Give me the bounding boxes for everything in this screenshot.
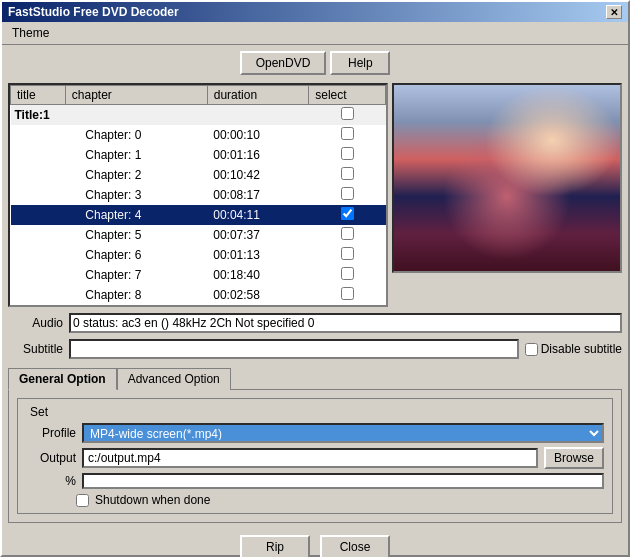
menu-item-theme[interactable]: Theme [6,24,55,42]
chapter-select-cell [309,265,386,285]
chapter-select-cell [309,145,386,165]
chapter-select-cell [309,225,386,245]
title-bar: FastStudio Free DVD Decoder ✕ [2,2,628,22]
chapter-duration-cell: 00:00:10 [207,125,309,145]
subtitle-select[interactable] [69,339,519,359]
tab-advanced[interactable]: Advanced Option [117,368,231,390]
col-title: title [11,86,66,105]
chapter-title-cell [11,285,66,305]
title-cell: Title:1 [11,105,309,126]
chapter-select-cell [309,125,386,145]
chapter-checkbox-6[interactable] [341,247,354,260]
table-row: Chapter: 7 00:18:40 [11,265,386,285]
chapter-name-cell: Chapter: 8 [65,285,207,305]
chapter-duration-cell: 00:01:16 [207,145,309,165]
chapter-checkbox-5[interactable] [341,227,354,240]
output-input[interactable] [82,448,538,468]
preview-box [392,83,622,273]
chapter-select-cell [309,285,386,305]
shutdown-checkbox[interactable] [76,494,89,507]
chapter-name-cell: Chapter: 6 [65,245,207,265]
chapter-duration-cell: 00:10:42 [207,165,309,185]
table-row: Chapter: 2 00:10:42 [11,165,386,185]
chapter-title-cell [11,265,66,285]
chapter-select-cell [309,205,386,225]
bottom-buttons: Rip Close [8,535,622,557]
chapter-duration-cell: 00:01:13 [207,245,309,265]
table-row: Chapter: 3 00:08:17 [11,185,386,205]
title-select-cell [309,105,386,126]
chapter-duration-cell: 00:04:11 [207,205,309,225]
chapter-name-cell: Chapter: 2 [65,165,207,185]
chapter-name-cell: Chapter: 7 [65,265,207,285]
chapter-title-cell [11,185,66,205]
chapter-title-cell [11,165,66,185]
chapter-duration-cell: 00:02:58 [207,285,309,305]
profile-select[interactable]: MP4-wide screen(*.mp4) [82,423,604,443]
chapter-checkbox-8[interactable] [341,287,354,300]
chapter-title-cell [11,205,66,225]
top-buttons: OpenDVD Help [8,51,622,75]
rip-button[interactable]: Rip [240,535,310,557]
chapter-table-container: title chapter duration select Title:1 [8,83,388,307]
chapter-title-cell [11,225,66,245]
chapter-name-cell: Chapter: 1 [65,145,207,165]
subtitle-dropdown-wrapper [69,339,519,359]
chapter-name-cell: Chapter: 0 [65,125,207,145]
disable-subtitle-container: Disable subtitle [525,342,622,356]
main-area: title chapter duration select Title:1 [8,83,622,307]
chapter-duration-cell: 00:08:17 [207,185,309,205]
content-area: OpenDVD Help title chapter duration sele… [2,45,628,557]
tabs: General Option Advanced Option [8,367,622,389]
chapter-select-cell [309,185,386,205]
subtitle-label: Subtitle [8,342,63,356]
chapter-checkbox-7[interactable] [341,267,354,280]
percent-row: % [26,473,604,489]
tab-general[interactable]: General Option [8,368,117,390]
output-row: Output Browse [26,447,604,469]
col-chapter: chapter [65,86,207,105]
audio-label: Audio [8,316,63,330]
chapter-checkbox-0[interactable] [341,127,354,140]
chapter-duration-cell: 00:07:37 [207,225,309,245]
close-button-bottom[interactable]: Close [320,535,390,557]
chapter-select-cell [309,245,386,265]
shutdown-label: Shutdown when done [95,493,210,507]
chapter-checkbox-4[interactable] [341,207,354,220]
col-select: select [309,86,386,105]
help-button[interactable]: Help [330,51,390,75]
chapter-name-cell: Chapter: 3 [65,185,207,205]
title-checkbox[interactable] [341,107,354,120]
chapter-checkbox-2[interactable] [341,167,354,180]
chapter-title-cell [11,125,66,145]
audio-dropdown-wrapper: 0 status: ac3 en () 48kHz 2Ch Not specif… [69,313,622,333]
close-button[interactable]: ✕ [606,5,622,19]
chapter-name-cell: Chapter: 4 [65,205,207,225]
menu-bar: Theme [2,22,628,45]
chapter-select-cell [309,165,386,185]
col-duration: duration [207,86,309,105]
chapter-table: title chapter duration select Title:1 [10,85,386,305]
browse-button[interactable]: Browse [544,447,604,469]
chapter-title-cell [11,245,66,265]
window-title: FastStudio Free DVD Decoder [8,5,179,19]
output-label: Output [26,451,76,465]
set-legend: Set [26,405,604,419]
chapter-checkbox-3[interactable] [341,187,354,200]
tabs-container: General Option Advanced Option Set Profi… [8,367,622,523]
audio-select[interactable]: 0 status: ac3 en () 48kHz 2Ch Not specif… [69,313,622,333]
shutdown-row: Shutdown when done [76,493,604,507]
audio-row: Audio 0 status: ac3 en () 48kHz 2Ch Not … [8,313,622,333]
tab-content-general: Set Profile MP4-wide screen(*.mp4) Outpu… [8,389,622,523]
chapter-duration-cell: 00:18:40 [207,265,309,285]
percent-label: % [26,474,76,488]
chapter-checkbox-1[interactable] [341,147,354,160]
disable-subtitle-label: Disable subtitle [541,342,622,356]
disable-subtitle-checkbox[interactable] [525,343,538,356]
table-row: Chapter: 4 00:04:11 [11,205,386,225]
profile-row: Profile MP4-wide screen(*.mp4) [26,423,604,443]
profile-label: Profile [26,426,76,440]
chapter-title-cell [11,145,66,165]
opendvd-button[interactable]: OpenDVD [240,51,327,75]
table-row: Chapter: 8 00:02:58 [11,285,386,305]
